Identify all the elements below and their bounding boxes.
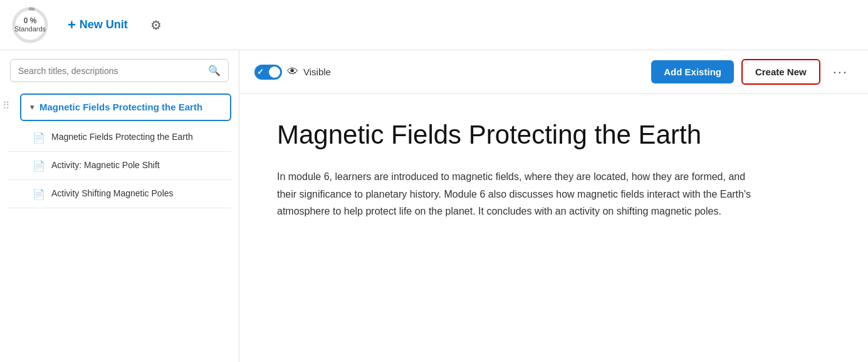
unit-item[interactable]: ▾ Magnetic Fields Protecting the Earth [20,93,231,121]
new-unit-button[interactable]: + New Unit [60,13,135,37]
check-icon: ✓ [257,67,264,77]
search-input[interactable] [18,66,203,76]
chevron-down-icon: ▾ [30,102,34,112]
document-icon: 📄 [33,132,45,144]
standards-circle: 0 % Standards [10,5,50,45]
add-existing-button[interactable]: Add Existing [651,60,734,83]
search-box: 🔍 [10,59,229,82]
toggle-wrapper: ✓ 👁 Visible [254,65,331,80]
content-area: Magnetic Fields Protecting the Earth In … [239,94,868,362]
sidebar-scroll[interactable]: ⠿ ▾ Magnetic Fields Protecting the Earth… [0,88,239,362]
right-panel: ✓ 👁 Visible Add Existing Create New ··· … [239,50,868,362]
sub-item-label: Activity Shifting Magnetic Poles [51,188,174,199]
main-area: 🔍 ⠿ ▾ Magnetic Fields Protecting the Ear… [0,50,868,362]
toggle-thumb [269,67,280,78]
sidebar: 🔍 ⠿ ▾ Magnetic Fields Protecting the Ear… [0,50,239,362]
new-unit-label: New Unit [80,18,128,31]
drag-handle-icon[interactable]: ⠿ [3,100,10,112]
top-bar: 0 % Standards + New Unit ⚙ [0,0,868,50]
list-item[interactable]: 📄 Magnetic Fields Protecting the Earth [8,124,231,152]
list-item[interactable]: 📄 Activity: Magnetic Pole Shift [8,152,231,180]
sub-item-label: Magnetic Fields Protecting the Earth [51,131,193,142]
gear-button[interactable]: ⚙ [145,13,167,38]
standards-label: Standards [14,25,46,33]
gear-icon: ⚙ [150,18,162,32]
visible-label: Visible [303,67,331,77]
list-item[interactable]: 📄 Activity Shifting Magnetic Poles [8,180,231,208]
right-toolbar: ✓ 👁 Visible Add Existing Create New ··· [239,50,868,94]
sidebar-search-area: 🔍 [0,50,239,88]
sub-item-label: Activity: Magnetic Pole Shift [51,159,160,171]
document-icon: 📄 [33,160,45,172]
plus-icon: + [68,18,76,32]
eye-icon: 👁 [287,65,298,78]
standards-percent: 0 % [14,16,46,25]
content-description: In module 6, learners are introduced to … [277,168,766,220]
document-icon: 📄 [33,188,45,200]
more-options-button[interactable]: ··· [828,61,853,83]
create-new-button[interactable]: Create New [741,59,820,85]
visible-toggle[interactable]: ✓ [254,65,282,80]
unit-label: Magnetic Fields Protecting the Earth [39,101,202,114]
search-icon: 🔍 [208,65,221,77]
content-title: Magnetic Fields Protecting the Earth [277,119,830,151]
